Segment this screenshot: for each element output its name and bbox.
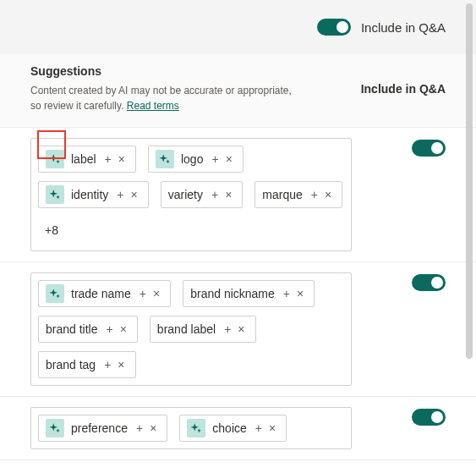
- suggestion-chip: brand tag+×: [38, 351, 136, 378]
- include-qa-toggle-row[interactable]: [412, 409, 446, 426]
- svg-marker-6: [50, 289, 57, 296]
- suggestion-group: trade name+×brand nickname+×brand title+…: [0, 262, 476, 397]
- suggestion-card: trade name+×brand nickname+×brand title+…: [30, 272, 352, 386]
- suggestion-group: label+×logo+×identity+×variety+×marque+×…: [0, 128, 476, 262]
- suggestion-card: preference+×choice+×: [30, 407, 352, 449]
- remove-suggestion-button[interactable]: ×: [146, 421, 160, 435]
- suggestion-chip-label: label: [71, 152, 96, 166]
- sparkle-icon: [156, 150, 174, 168]
- add-suggestion-button[interactable]: +: [221, 322, 234, 336]
- include-qa-toggle-row[interactable]: [412, 274, 446, 291]
- add-suggestion-button[interactable]: +: [252, 421, 265, 435]
- suggestion-chip-label: choice: [212, 421, 246, 435]
- suggestion-card: label+×logo+×identity+×variety+×marque+×…: [30, 138, 352, 251]
- suggestion-chip-label: identity: [71, 188, 108, 201]
- remove-suggestion-button[interactable]: ×: [114, 358, 128, 371]
- svg-marker-0: [50, 154, 57, 162]
- add-suggestion-button[interactable]: +: [102, 322, 116, 336]
- suggestion-chip-label: marque: [262, 188, 302, 201]
- include-qa-toggle-row[interactable]: [412, 140, 446, 157]
- remove-suggestion-button[interactable]: ×: [150, 287, 163, 300]
- svg-marker-10: [191, 423, 199, 431]
- remove-suggestion-button[interactable]: ×: [115, 152, 129, 166]
- add-suggestion-button[interactable]: +: [280, 287, 293, 300]
- add-suggestion-button[interactable]: +: [208, 152, 222, 166]
- suggestion-chip: brand nickname+×: [183, 280, 315, 307]
- add-suggestion-button[interactable]: +: [133, 421, 146, 435]
- read-terms-link[interactable]: Read terms: [127, 100, 179, 112]
- suggestion-chip: brand label+×: [150, 316, 256, 343]
- svg-marker-1: [56, 160, 60, 164]
- suggestion-chip-label: logo: [181, 152, 203, 166]
- add-suggestion-button[interactable]: +: [113, 188, 127, 201]
- sparkle-icon: [46, 284, 64, 303]
- scrollbar[interactable]: [466, 3, 473, 359]
- remove-suggestion-button[interactable]: ×: [222, 152, 236, 166]
- remove-suggestion-button[interactable]: ×: [234, 322, 248, 336]
- suggestion-chip: identity+×: [38, 181, 149, 208]
- svg-marker-4: [50, 190, 57, 197]
- suggestion-chip: trade name+×: [38, 280, 171, 307]
- suggestion-chip: brand title+×: [38, 316, 138, 343]
- remove-suggestion-button[interactable]: ×: [222, 188, 235, 201]
- include-qa-toggle-global-label: Include in Q&A: [361, 20, 446, 35]
- suggestion-chip-label: preference: [71, 421, 128, 435]
- remove-suggestion-button[interactable]: ×: [321, 188, 335, 201]
- add-suggestion-button[interactable]: +: [101, 152, 115, 166]
- remove-suggestion-button[interactable]: ×: [117, 322, 130, 336]
- suggestion-chip: marque+×: [254, 181, 342, 208]
- svg-marker-9: [56, 429, 60, 433]
- sparkle-icon: [46, 150, 64, 168]
- top-toolbar: Include in Q&A: [0, 0, 476, 54]
- svg-marker-11: [197, 429, 201, 433]
- sparkle-icon: [46, 185, 64, 204]
- more-suggestions-button[interactable]: +8: [38, 217, 65, 244]
- suggestion-chip: preference+×: [38, 415, 167, 442]
- suggestion-chip-label: trade name: [71, 287, 131, 300]
- add-suggestion-button[interactable]: +: [136, 287, 150, 300]
- svg-marker-3: [166, 160, 170, 164]
- suggestions-title: Suggestions: [30, 64, 344, 78]
- include-qa-toggle-global[interactable]: [317, 19, 351, 36]
- suggestion-chip: choice+×: [179, 415, 287, 442]
- remove-suggestion-button[interactable]: ×: [293, 287, 307, 300]
- sparkle-icon: [46, 419, 64, 437]
- svg-marker-2: [160, 154, 167, 162]
- suggestion-group: preference+×choice+×: [0, 397, 476, 460]
- add-suggestion-button[interactable]: +: [208, 188, 222, 201]
- suggestion-chip: label+×: [38, 146, 136, 173]
- suggestion-chip-label: brand title: [46, 322, 97, 336]
- add-suggestion-button[interactable]: +: [308, 188, 321, 201]
- svg-marker-8: [50, 423, 57, 431]
- suggestion-chip-label: brand nickname: [190, 287, 275, 300]
- suggestions-header: Suggestions Content created by AI may no…: [0, 54, 476, 128]
- include-qa-column-header: Include in Q&A: [361, 64, 446, 113]
- sparkle-icon: [187, 419, 205, 437]
- suggestion-chip: logo+×: [148, 146, 243, 173]
- suggestion-chip-label: variety: [168, 188, 203, 201]
- suggestion-chip-label: brand tag: [46, 358, 96, 371]
- remove-suggestion-button[interactable]: ×: [265, 421, 279, 435]
- svg-marker-7: [56, 294, 60, 299]
- add-suggestion-button[interactable]: +: [101, 358, 114, 371]
- remove-suggestion-button[interactable]: ×: [128, 188, 141, 201]
- suggestions-subtitle: Content created by AI may not be accurat…: [30, 83, 301, 113]
- svg-marker-5: [56, 195, 60, 200]
- suggestion-chip-label: brand label: [157, 322, 216, 336]
- suggestion-chip: variety+×: [161, 181, 243, 208]
